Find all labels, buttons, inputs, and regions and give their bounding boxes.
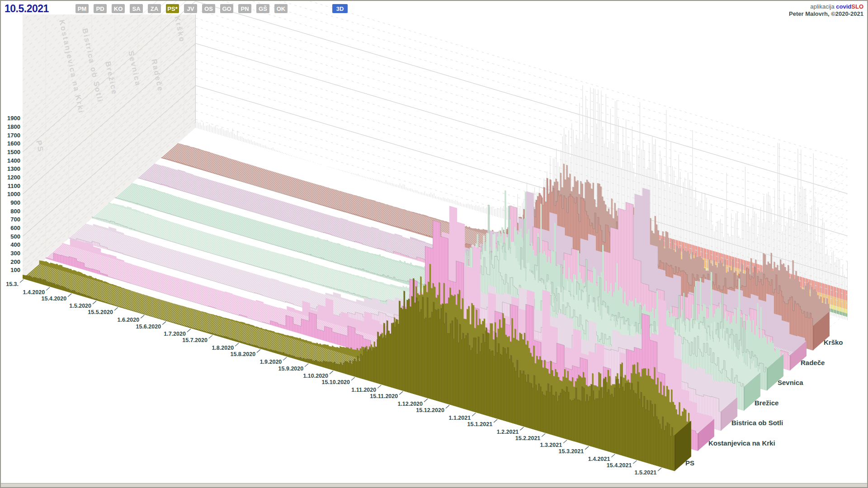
svg-text:1.1.2021: 1.1.2021 [449,415,471,421]
svg-text:15.6.2020: 15.6.2020 [136,324,161,330]
svg-text:1.12.2020: 1.12.2020 [397,401,423,407]
brand-slo: SLO [851,3,863,10]
svg-text:100: 100 [10,267,20,273]
svg-text:15.11.2020: 15.11.2020 [370,393,398,399]
svg-text:1.11.2020: 1.11.2020 [351,387,376,393]
svg-text:1.5.2020: 1.5.2020 [69,303,91,309]
svg-text:15.3.2021: 15.3.2021 [559,448,584,455]
svg-text:1.10.2020: 1.10.2020 [303,373,328,379]
svg-text:Sevnica: Sevnica [778,379,803,386]
byline: Peter Malovrh, ©2020-2021 [789,10,863,18]
app-window: PSKostanjevica na KrkiBistrica ob SotliB… [0,0,868,488]
region-tab-JV[interactable]: JV [184,4,197,13]
svg-text:Radeče: Radeče [801,359,825,366]
svg-text:1700: 1700 [7,132,20,139]
svg-text:1.5.2021: 1.5.2021 [635,469,657,476]
region-tab-GŠ[interactable]: GŠ [256,4,269,13]
svg-text:1400: 1400 [7,157,20,164]
region-tab-PM[interactable]: PM [75,4,89,13]
svg-text:15.9.2020: 15.9.2020 [278,366,304,372]
svg-text:1200: 1200 [7,174,20,181]
svg-text:Krško: Krško [824,338,843,346]
svg-text:1.7.2020: 1.7.2020 [164,331,186,337]
region-tab-PD[interactable]: PD [94,4,107,13]
region-tab-ZA[interactable]: ZA [148,4,161,13]
svg-text:1300: 1300 [7,165,20,172]
region-tab-GO[interactable]: GO [220,4,233,13]
svg-text:800: 800 [10,208,20,215]
svg-text:1.4.2021: 1.4.2021 [588,456,610,462]
svg-text:1800: 1800 [7,123,20,130]
app-title: aplikacija covidSLO [789,3,863,10]
covid-3d-ridgeline-chart: PSKostanjevica na KrkiBistrica ob SotliB… [1,1,868,488]
svg-text:1.2.2021: 1.2.2021 [497,429,519,435]
region-tab-PN[interactable]: PN [238,4,251,13]
current-date: 10.5.2021 [5,3,49,15]
svg-text:1900: 1900 [7,115,20,122]
svg-text:15.12.2020: 15.12.2020 [416,407,444,413]
credits: aplikacija covidSLO Peter Malovrh, ©2020… [789,3,863,18]
svg-text:1.3.2021: 1.3.2021 [540,442,562,448]
svg-text:1.9.2020: 1.9.2020 [260,359,282,365]
svg-text:1.8.2020: 1.8.2020 [212,345,234,351]
svg-text:600: 600 [10,225,20,231]
region-tab-OK[interactable]: OK [274,4,288,13]
svg-text:900: 900 [10,199,20,206]
region-tab-SA[interactable]: SA [130,4,143,13]
svg-text:Kostanjevica na Krki: Kostanjevica na Krki [708,439,775,447]
svg-text:15.3.: 15.3. [6,281,19,287]
svg-text:15.4.2020: 15.4.2020 [42,296,67,302]
svg-text:400: 400 [10,241,20,248]
svg-text:15.4.2021: 15.4.2021 [607,462,632,469]
region-tabs: PMPDKOSAZAPS*JVOSGOPNGŠOK [75,4,288,13]
svg-text:Bistrica ob Sotli: Bistrica ob Sotli [731,419,783,427]
brand-covid: covid [836,3,851,10]
svg-text:1100: 1100 [8,183,20,189]
svg-text:15.8.2020: 15.8.2020 [230,351,255,357]
svg-text:15.1.2021: 15.1.2021 [467,421,492,427]
svg-text:15.2.2021: 15.2.2021 [515,435,541,441]
svg-text:1500: 1500 [7,149,20,155]
view-3d-button[interactable]: 3D [332,4,348,13]
svg-text:15.5.2020: 15.5.2020 [88,309,113,315]
svg-text:15.10.2020: 15.10.2020 [321,379,350,385]
window-bottom-edge [1,483,867,487]
svg-text:PS: PS [685,459,694,467]
svg-text:15.7.2020: 15.7.2020 [182,337,208,343]
svg-text:700: 700 [10,216,20,223]
svg-text:1.4.2020: 1.4.2020 [23,289,45,296]
svg-text:300: 300 [10,250,20,257]
region-tab-KO[interactable]: KO [112,4,125,13]
region-tab-OS[interactable]: OS [202,4,215,13]
svg-text:1.6.2020: 1.6.2020 [118,317,140,323]
region-tab-PS[interactable]: PS* [166,4,179,13]
svg-text:200: 200 [10,258,20,265]
svg-text:500: 500 [10,233,20,240]
app-prefix: aplikacija [810,3,834,10]
svg-text:Brežice: Brežice [755,399,778,407]
svg-text:1600: 1600 [7,140,20,147]
svg-text:1000: 1000 [7,191,20,197]
